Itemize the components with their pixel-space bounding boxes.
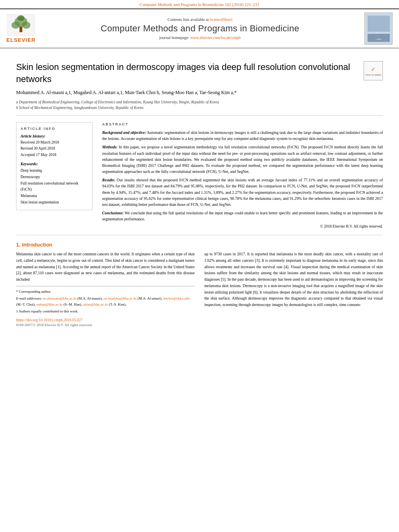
intro-left-col: Melanoma skin cancer is one of the most …	[16, 251, 195, 327]
intro-left-text: Melanoma skin cancer is one of the most …	[16, 251, 195, 282]
svg-point-5	[17, 15, 25, 21]
email-link-4[interactable]: smhan@khu.ac.kr	[37, 302, 63, 306]
article-title-text: Skin lesion segmentation in dermoscopy i…	[16, 61, 359, 111]
check-updates-label: Check for updates	[365, 74, 381, 76]
keyword-1: Deep learning	[21, 168, 88, 173]
email-link-2[interactable]: en.mualsha@khu.ac.kr	[103, 296, 137, 300]
affiliation-b: b School of Mechanical Engineering, Sung…	[16, 105, 359, 111]
journal-header-center: Contents lists available at ScienceDirec…	[35, 17, 364, 40]
abstract-label: ABSTRACT	[102, 122, 383, 126]
footnotes-section: * Corresponding author. E-mail addresses…	[16, 286, 195, 314]
abstract-background: Background and objective: Automatic segm…	[102, 129, 383, 142]
keyword-5: Skin lesion segmentation	[21, 199, 88, 205]
equal-contrib-note: 1 Authors equally contributed to this wo…	[16, 308, 195, 314]
article-info-box: ARTICLE INFO Article history: Received 2…	[16, 122, 93, 210]
abstract-methods: Methods: In this paper, we propose a nov…	[102, 144, 383, 175]
main-content: Skin lesion segmentation in dermoscopy i…	[0, 48, 399, 333]
journal-thumbnail: CMPB	[364, 12, 393, 45]
intro-body: Melanoma skin cancer is one of the most …	[16, 251, 383, 327]
keywords-label: Keywords:	[21, 162, 88, 166]
article-title: Skin lesion segmentation in dermoscopy i…	[16, 61, 359, 85]
intro-right-text: up to 9730 cases in 2017. It is reported…	[204, 251, 383, 308]
elsevier-logo: ELSEVIER	[6, 14, 35, 43]
email-name-2: (M.A. Al-antari),	[138, 296, 163, 300]
article-info-label: ARTICLE INFO	[21, 127, 88, 131]
accepted-date: Accepted 17 May 2018	[21, 152, 88, 158]
affiliation-a: a Department of Biomedical Engineering, …	[16, 99, 359, 105]
svg-rect-8	[368, 34, 390, 42]
check-updates-badge: ✓ Check for updates	[364, 61, 383, 80]
email-label: E-mail addresses:	[16, 296, 43, 300]
conclusions-text: We conclude that using the full spatial …	[102, 211, 383, 221]
svg-point-2	[12, 22, 20, 29]
svg-rect-4	[20, 27, 23, 32]
right-col: ABSTRACT Background and objective: Autom…	[102, 122, 383, 228]
section-divider	[16, 235, 383, 235]
journal-citation: Computer Methods and Programs in Biomedi…	[140, 2, 259, 7]
email-name-4: (S.-M. Han),	[64, 302, 83, 306]
intro-right-col: up to 9730 cases in 2017. It is reported…	[204, 251, 383, 327]
methods-label: Methods:	[102, 145, 117, 149]
email-line: E-mail addresses: m.almasani@khu.ac.kr (…	[16, 296, 195, 307]
page-container: Computer Methods and Programs in Biomedi…	[0, 0, 399, 333]
article-history-label: Article history:	[21, 134, 88, 138]
intro-section: 1. Introduction Melanoma skin cancer is …	[16, 242, 383, 327]
authors: Mohammed A. Al-masni a,1, Mugahed A. Al-…	[16, 89, 359, 97]
issn-note: 0169-2607/© 2018 Elsevier B.V. All right…	[16, 323, 195, 327]
keyword-4: Melanoma	[21, 193, 88, 199]
email-link-3[interactable]: mtchoi@skku.edu	[163, 296, 190, 300]
elsevier-tree-graphic	[7, 14, 35, 36]
journal-header: ELSEVIER Contents lists available at Sci…	[0, 8, 399, 48]
svg-point-3	[22, 22, 31, 29]
email-link-5[interactable]: tskim@khu.ac.kr	[83, 302, 108, 306]
revised-date: Revised 30 April 2018	[21, 146, 88, 151]
keyword-2: Dermoscopy	[21, 174, 88, 180]
background-label: Background and objective:	[102, 130, 146, 135]
keyword-3: Full resolution convolutional network (F…	[21, 181, 88, 192]
journal-title: Computer Methods and Programs in Biomedi…	[35, 23, 364, 34]
abstract-conclusions: Conclusions: We conclude that using the …	[102, 210, 383, 222]
methods-text: In this paper, we propose a novel segmen…	[102, 145, 383, 174]
abstract-copyright: © 2018 Elsevier B.V. All rights reserved…	[102, 224, 383, 228]
email-name-3: (M.-T. Choi),	[16, 302, 37, 306]
homepage-link[interactable]: www.elsevier.com/locate/cmpb	[190, 35, 241, 40]
doi-section: https://doi.org/10.1016/j.cmpb.2018.05.0…	[16, 318, 195, 327]
affiliations: a Department of Biomedical Engineering, …	[16, 99, 359, 111]
corresponding-author-note: * Corresponding author.	[16, 289, 195, 294]
journal-cover-image: CMPB	[366, 14, 392, 44]
left-col: ARTICLE INFO Article history: Received 2…	[16, 122, 93, 228]
email-name-1: (M.A. Al-masni),	[77, 296, 103, 300]
abstract-results: Results: Our results showed that the pro…	[102, 177, 383, 207]
email-name-5: (T.-S. Kim).	[109, 302, 126, 306]
svg-rect-7	[368, 16, 390, 32]
conclusions-label: Conclusions:	[102, 211, 123, 215]
article-info-abstract-section: ARTICLE INFO Article history: Received 2…	[16, 122, 383, 228]
svg-text:CMPB: CMPB	[376, 38, 382, 40]
top-bar: Computer Methods and Programs in Biomedi…	[0, 0, 399, 8]
results-label: Results:	[102, 178, 115, 182]
email-link-1[interactable]: m.almasani@khu.ac.kr	[43, 296, 76, 300]
received-date: Received 20 March 2018	[21, 140, 88, 145]
homepage-line: journal homepage: www.elsevier.com/locat…	[35, 35, 364, 40]
doi-link[interactable]: https://doi.org/10.1016/j.cmpb.2018.05.0…	[16, 318, 83, 322]
abstract-section: ABSTRACT Background and objective: Autom…	[102, 122, 383, 228]
results-text: Our results showed that the proposed FrC…	[102, 178, 383, 207]
contents-line: Contents lists available at ScienceDirec…	[35, 17, 364, 22]
check-updates-icon: ✓	[371, 66, 376, 73]
intro-heading: 1. Introduction	[16, 242, 383, 248]
article-title-section: Skin lesion segmentation in dermoscopy i…	[16, 55, 383, 116]
sciencedirect-link[interactable]: ScienceDirect	[210, 17, 232, 22]
elsevier-brand-text: ELSEVIER	[6, 37, 35, 43]
